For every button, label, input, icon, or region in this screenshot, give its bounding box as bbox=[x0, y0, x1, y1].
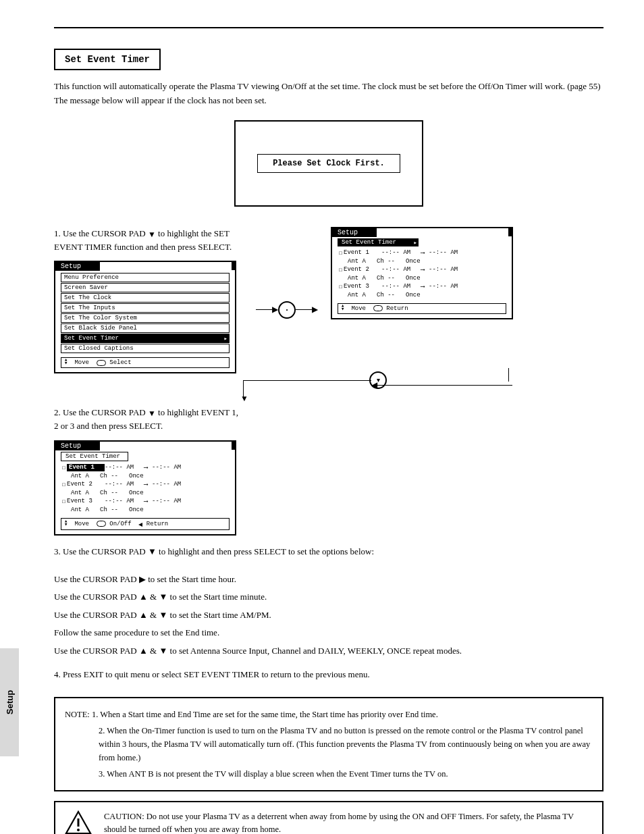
step-4: 4. Press EXIT to quit menu or select SET… bbox=[54, 668, 603, 681]
select-oval-icon bbox=[97, 521, 106, 527]
chevron-down-icon: ▼ bbox=[240, 394, 248, 404]
osd-item-set-color-system: Set The Color System bbox=[61, 313, 230, 323]
osd-item-closed-captions: Set Closed Captions bbox=[61, 344, 230, 353]
chevron-down-icon: ▾ bbox=[377, 377, 380, 384]
arrow-right-long-icon: ⟶ bbox=[417, 249, 429, 257]
note-item: NOTE: 1. When a Start time and End Time … bbox=[65, 708, 593, 721]
osd-item-set-clock: Set The Clock bbox=[61, 293, 230, 303]
osd-footer: Move Select bbox=[61, 357, 230, 368]
osd-event-list: Setup Set Event Timer ▸ ☐ Event 1 --:-- … bbox=[331, 227, 513, 319]
osd-event-row: ☐ Event 1 --:-- AM ⟶ --:-- AM bbox=[338, 249, 506, 257]
event-ant: Ant A bbox=[348, 292, 366, 298]
event-label: Event 2 bbox=[67, 481, 105, 488]
event-start: --:-- AM bbox=[105, 498, 140, 505]
osd-footer: Move Return bbox=[338, 303, 506, 314]
svg-point-2 bbox=[77, 829, 80, 831]
top-rule bbox=[54, 27, 603, 28]
intro-paragraph: This function will automatically operate… bbox=[54, 80, 603, 108]
step-1-text-a: Use the CURSOR PAD bbox=[63, 228, 146, 238]
osd-setup-menu: Setup Menu Preference Screen Saver Set T… bbox=[54, 261, 236, 373]
arrow-right-long-icon: ⟶ bbox=[140, 498, 152, 505]
chevron-right-icon: ▶ bbox=[272, 305, 278, 315]
event-start: --:-- AM bbox=[105, 481, 140, 488]
flow-line bbox=[243, 380, 371, 381]
clock-first-dialog: Please Set Clock First. bbox=[234, 120, 423, 207]
event-ch: Ch -- bbox=[100, 490, 118, 496]
osd-title-tab: Setup bbox=[332, 228, 377, 237]
event-num: 2 bbox=[365, 266, 369, 273]
event-mode: Once bbox=[129, 473, 144, 479]
step-2-text-a: Use the CURSOR PAD bbox=[63, 407, 146, 417]
step-2-num: 2. bbox=[54, 407, 61, 417]
step-3-item: Use the CURSOR PAD ▲ & ▼ to set the Star… bbox=[54, 589, 603, 604]
note-item: 3. When ANT B is not present the TV will… bbox=[65, 767, 593, 781]
left-return-icon: ◂ bbox=[138, 519, 142, 529]
arrow-right-long-icon: ⟶ bbox=[417, 283, 429, 290]
event-num: 1 bbox=[90, 464, 94, 471]
osd-event-row-sub: Ant A Ch -- Once bbox=[61, 506, 230, 514]
event-num: 2 bbox=[88, 481, 92, 488]
event-num: 3 bbox=[88, 498, 92, 504]
event-mode: Once bbox=[129, 506, 144, 513]
updown-icon bbox=[341, 305, 348, 313]
clock-first-text: Please Set Clock First. bbox=[257, 154, 400, 173]
checkbox-icon: ☐ bbox=[61, 498, 67, 505]
notes-box: NOTE: 1. When a Start time and End Time … bbox=[54, 697, 603, 791]
step-3-item: Use the CURSOR PAD ▲ & ▼ to set the Star… bbox=[54, 607, 603, 623]
event-label: Event 1 bbox=[344, 249, 381, 257]
flow-line bbox=[256, 309, 272, 310]
osd-title-tab: Setup bbox=[55, 262, 100, 271]
arrow-right-long-icon: ⟶ bbox=[140, 481, 152, 488]
warning-triangle-icon bbox=[65, 810, 93, 834]
event-label: Event 3 bbox=[67, 498, 105, 505]
step-3-item: Use the CURSOR PAD ▲ & ▼ to set Antenna … bbox=[54, 643, 603, 658]
osd-item-label: Set Event Timer bbox=[64, 335, 119, 342]
event-ant: Ant A bbox=[348, 275, 366, 282]
step-3-item: Use the CURSOR PAD ▶ to set the Start ti… bbox=[54, 571, 603, 587]
osd-event-row-sub: Ant A Ch -- Once bbox=[61, 472, 230, 480]
osd-subtitle-label: Set Event Timer bbox=[65, 453, 120, 460]
osd-event-row: ☐ Event 3 --:-- AM ⟶ --:-- AM bbox=[61, 497, 230, 506]
chevron-right-icon: ▶ bbox=[312, 305, 318, 315]
caution-box: CAUTION: Do not use your Plasma TV as a … bbox=[54, 801, 603, 834]
event-ch: Ch -- bbox=[377, 258, 395, 265]
osd-event-row-sub: Ant A Ch -- Once bbox=[338, 257, 506, 265]
event-mode: Once bbox=[406, 292, 421, 298]
event-label: Event 3 bbox=[344, 283, 381, 290]
osd-item-menu-preference: Menu Preference bbox=[61, 273, 230, 282]
chevron-right-icon: ▸ bbox=[224, 335, 227, 342]
select-oval-icon bbox=[97, 360, 106, 366]
event-start: --:-- AM bbox=[381, 283, 417, 290]
event-ant: Ant A bbox=[71, 506, 89, 513]
osd-event-row-sub: Ant A Ch -- Once bbox=[61, 489, 230, 497]
side-tab-setup: Setup bbox=[0, 648, 19, 756]
select-oval-icon bbox=[373, 305, 383, 311]
osd-item-screen-saver: Screen Saver bbox=[61, 283, 230, 292]
updown-icon bbox=[64, 520, 71, 528]
event-end: --:-- AM bbox=[152, 464, 187, 471]
checkbox-icon: ☐ bbox=[61, 481, 67, 488]
event-ant: Ant A bbox=[348, 258, 366, 265]
section-heading-box: Set Event Timer bbox=[54, 49, 161, 70]
event-ch: Ch -- bbox=[377, 292, 395, 298]
osd-event-row-sub: Ant A Ch -- Once bbox=[338, 291, 506, 299]
checkbox-icon: ☐ bbox=[61, 464, 67, 471]
osd-footer-move: Move bbox=[74, 521, 89, 527]
event-end: --:-- AM bbox=[152, 481, 187, 488]
checkbox-icon: ☐ bbox=[338, 283, 344, 290]
event-ch: Ch -- bbox=[377, 275, 395, 282]
event-mode: Once bbox=[129, 490, 144, 496]
osd-footer-return: Return bbox=[386, 305, 408, 312]
flow-line bbox=[508, 368, 509, 382]
step-1: 1. Use the CURSOR PAD ▼ to highlight the… bbox=[54, 227, 243, 254]
event-label-selected: Event 1 bbox=[67, 464, 105, 471]
arrow-right-long-icon: ⟶ bbox=[417, 266, 429, 273]
event-ch: Ch -- bbox=[100, 473, 118, 479]
event-num: 3 bbox=[365, 283, 369, 290]
event-ant: Ant A bbox=[71, 473, 89, 479]
osd-event-row: ☐ Event 3 --:-- AM ⟶ --:-- AM bbox=[338, 282, 506, 291]
osd-footer-select: Select bbox=[109, 359, 131, 366]
osd-event-row: ☐ Event 2 --:-- AM ⟶ --:-- AM bbox=[338, 265, 506, 274]
event-end: --:-- AM bbox=[429, 266, 464, 273]
osd-event-row-sub: Ant A Ch -- Once bbox=[338, 274, 506, 282]
